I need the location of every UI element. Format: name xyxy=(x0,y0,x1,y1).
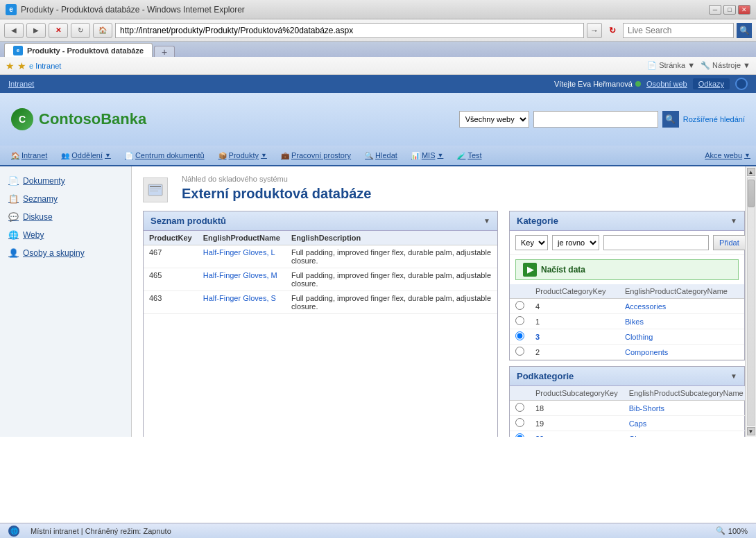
svg-rect-1 xyxy=(150,186,161,187)
nav-centrum[interactable]: 📄 Centrum dokumentů xyxy=(119,148,210,162)
product-name[interactable]: Half-Finger Gloves, L xyxy=(198,245,286,268)
kategorie-add-button[interactable]: Přidat xyxy=(713,235,746,250)
subcat-name[interactable]: Gloves xyxy=(624,431,749,437)
sidebar-item-weby[interactable]: 🌐 Weby xyxy=(0,226,131,244)
podkategorie-panel: Podkategorie ▼ ProductSubcategoryKey Eng… xyxy=(509,366,745,437)
personal-web-link[interactable]: Osobní web xyxy=(646,80,687,88)
kategorie-filter-op[interactable]: je rovno xyxy=(552,235,599,250)
favorite-star[interactable]: ★ xyxy=(17,60,26,71)
header-search-button[interactable]: 🔍 xyxy=(662,111,679,128)
kategorie-filter-row: Key je rovno Přidat xyxy=(510,231,744,255)
scroll-thumb[interactable] xyxy=(748,180,755,207)
subcat-name[interactable]: Caps xyxy=(624,416,749,431)
svg-rect-2 xyxy=(150,189,161,189)
cat-name[interactable]: Clothing xyxy=(619,329,744,345)
radio-cell-sub[interactable] xyxy=(510,401,530,416)
nav-hledat[interactable]: 🔍 Hledat xyxy=(359,148,403,162)
radio-cell-sub[interactable] xyxy=(510,431,530,437)
forward-button[interactable]: ▶ xyxy=(26,23,46,38)
radio-cell-sub[interactable] xyxy=(510,416,530,431)
cat-name[interactable]: Accessories xyxy=(619,299,744,314)
sp-logo: C ContosoBanka xyxy=(11,108,146,130)
subcat-name[interactable]: Bib-Shorts xyxy=(624,401,749,416)
nav-test[interactable]: 🧪 Test xyxy=(452,148,487,162)
kategorie-row: 1 Bikes xyxy=(510,314,744,329)
panels-area: Seznam produktů ▼ ProductKey EnglishProd… xyxy=(143,211,745,437)
cat-name[interactable]: Bikes xyxy=(619,314,744,329)
close-button[interactable]: ✕ xyxy=(738,5,750,15)
radio-cell[interactable] xyxy=(510,329,530,345)
active-tab[interactable]: e Produkty - Produktová databáze xyxy=(4,43,153,57)
radio-cell[interactable] xyxy=(510,299,530,314)
scroll-up[interactable]: ▲ xyxy=(747,168,755,176)
page-button[interactable]: 📄 Stránka ▼ xyxy=(647,61,695,70)
product-name[interactable]: Half-Finger Gloves, M xyxy=(198,268,286,291)
cat-key: 3 xyxy=(530,329,619,345)
sp-header: C ContosoBanka Všechny weby 🔍 Rozšířené … xyxy=(0,93,756,146)
nav-mis-arrow: ▼ xyxy=(437,152,443,159)
home-button[interactable]: 🏠 xyxy=(93,23,112,38)
radio-cell[interactable] xyxy=(510,314,530,329)
nav-hledat-icon: 🔍 xyxy=(365,152,373,159)
stop-button[interactable]: ✕ xyxy=(49,23,68,38)
maximize-button[interactable]: □ xyxy=(723,5,736,15)
sidebar-item-osoby[interactable]: 👤 Osoby a skupiny xyxy=(0,244,131,262)
kategorie-collapse[interactable]: ▼ xyxy=(730,217,737,225)
col-productkey: ProductKey xyxy=(144,231,198,245)
search-scope-select[interactable]: Všechny weby xyxy=(459,111,529,128)
radio-cell[interactable] xyxy=(510,345,530,360)
refresh-button[interactable]: ↻ xyxy=(71,23,90,38)
kategorie-filter-col[interactable]: Key xyxy=(515,235,548,250)
address-input[interactable] xyxy=(115,23,584,38)
live-search-button[interactable]: 🔍 xyxy=(737,23,752,38)
minimize-button[interactable]: ─ xyxy=(709,5,721,15)
tools-button[interactable]: 🔧 Nástroje ▼ xyxy=(701,61,750,70)
product-name[interactable]: Half-Finger Gloves, S xyxy=(198,291,286,314)
sidebar-item-dokumenty[interactable]: 📄 Dokumenty xyxy=(0,172,131,190)
page-title: Externí produktová databáze xyxy=(182,186,371,202)
col-catkey: ProductCategoryKey xyxy=(530,284,619,299)
nav-oddeleni[interactable]: 👥 Oddělení ▼ xyxy=(55,148,117,162)
nav-pracovni[interactable]: 💼 Pracovní prostory xyxy=(275,148,356,162)
links-button[interactable]: Odkazy xyxy=(693,78,730,89)
browser-titlebar: e Produkty - Produktová databáze - Windo… xyxy=(0,0,756,19)
user-welcome: Vítejte Eva Heřmanová xyxy=(554,80,641,88)
back-button[interactable]: ◀ xyxy=(4,23,24,38)
sidebar-item-seznamy[interactable]: 📋 Seznamy xyxy=(0,190,131,208)
header-search-input[interactable] xyxy=(533,111,658,128)
intranet-top-link[interactable]: Intranet xyxy=(8,80,34,88)
cat-key: 1 xyxy=(530,314,619,329)
scroll-down[interactable]: ▼ xyxy=(747,427,755,435)
nav-intranet[interactable]: 🏠 Intranet xyxy=(6,148,53,162)
scrollbar[interactable]: ▲ ▼ xyxy=(745,166,756,437)
sp-top-nav: Intranet Vítejte Eva Heřmanová Osobní we… xyxy=(0,75,756,93)
zoom-control[interactable]: 🔍 100% xyxy=(716,526,748,535)
cat-name[interactable]: Components xyxy=(619,345,744,360)
product-desc: Full padding, improved finger flex, dura… xyxy=(286,291,497,314)
nav-produkty[interactable]: 📦 Produkty ▼ xyxy=(213,148,273,162)
col-subcatkey: ProductSubcategoryKey xyxy=(530,386,624,401)
refresh-stop[interactable]: ↻ xyxy=(605,23,620,38)
podkategorie-table: ProductSubcategoryKey EnglishProductSubc… xyxy=(510,386,749,437)
kategorie-filter-value[interactable] xyxy=(603,235,709,250)
nav-produkty-icon: 📦 xyxy=(218,152,227,159)
nav-produkty-arrow: ▼ xyxy=(261,152,267,159)
diskuse-icon: 💬 xyxy=(8,212,19,222)
nacist-data-button[interactable]: ▶ Načíst data xyxy=(515,259,739,280)
sidebar-item-diskuse[interactable]: 💬 Diskuse xyxy=(0,208,131,226)
nav-actions[interactable]: Akce webu ▼ xyxy=(705,151,750,159)
nacist-icon: ▶ xyxy=(523,263,537,277)
main-area: 📄 Dokumenty 📋 Seznamy 💬 Diskuse 🌐 Weby 👤… xyxy=(0,166,756,437)
product-list-collapse[interactable]: ▼ xyxy=(483,217,490,225)
go-button[interactable]: → xyxy=(587,23,602,38)
new-tab-button[interactable]: + xyxy=(154,46,175,57)
nav-mis[interactable]: 📊 MIS ▼ xyxy=(406,148,449,162)
intranet-favorite[interactable]: e Intranet xyxy=(29,62,61,70)
podkategorie-row: 20 Gloves xyxy=(510,431,749,437)
product-key: 467 xyxy=(144,245,198,268)
add-favorite-star[interactable]: ★ xyxy=(6,60,15,71)
advanced-search-link[interactable]: Rozšířené hledání xyxy=(683,115,745,123)
podkategorie-collapse[interactable]: ▼ xyxy=(730,372,737,380)
live-search-input[interactable] xyxy=(623,23,734,38)
nav-actions-arrow: ▼ xyxy=(744,152,750,159)
